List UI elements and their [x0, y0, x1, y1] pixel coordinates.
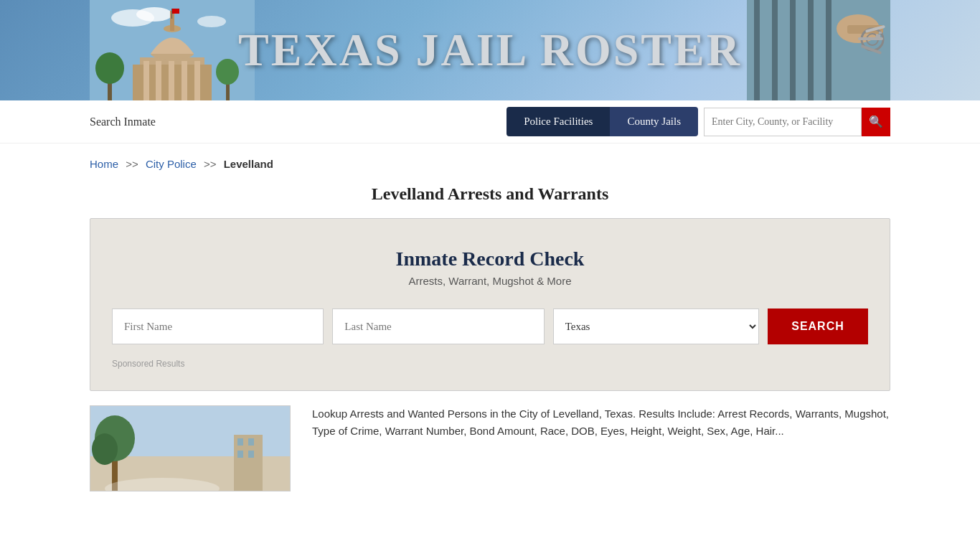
svg-rect-10: [194, 61, 200, 100]
page-title: Levelland Arrests and Warrants: [90, 184, 890, 204]
breadcrumb: Home >> City Police >> Levelland: [0, 143, 980, 177]
svg-rect-8: [169, 61, 174, 100]
inmate-search-button[interactable]: SEARCH: [768, 309, 868, 344]
svg-rect-31: [858, 37, 883, 40]
svg-rect-9: [182, 61, 187, 100]
svg-rect-15: [172, 9, 179, 14]
site-title: Texas Jail Roster: [238, 24, 742, 77]
facility-search-wrap: 🔍: [704, 108, 890, 136]
svg-rect-22: [754, 0, 760, 100]
nav-area: Search Inmate Police Facilities County J…: [0, 100, 980, 143]
svg-rect-26: [826, 0, 831, 100]
svg-rect-33: [879, 32, 882, 34]
svg-rect-44: [248, 438, 254, 446]
header-banner: Texas Jail Roster: [0, 0, 980, 100]
bottom-content: Lookup Arrests and Wanted Persons in the…: [0, 391, 980, 506]
search-icon: 🔍: [869, 115, 883, 128]
sponsored-label: Sponsored Results: [112, 359, 868, 369]
state-select[interactable]: AlabamaAlaskaArizonaArkansasCaliforniaCo…: [553, 309, 759, 344]
svg-point-41: [92, 433, 118, 465]
capitol-image: [90, 0, 255, 100]
keys-image: [747, 0, 890, 100]
breadcrumb-home[interactable]: Home: [90, 158, 118, 170]
police-facilities-button[interactable]: Police Facilities: [507, 107, 610, 136]
svg-rect-25: [808, 0, 814, 100]
last-name-input[interactable]: [332, 309, 544, 344]
breadcrumb-separator-2: >>: [204, 158, 217, 170]
svg-rect-14: [171, 9, 172, 19]
bottom-description: Lookup Arrests and Wanted Persons in the…: [312, 405, 890, 440]
page-title-area: Levelland Arrests and Warrants: [0, 177, 980, 218]
breadcrumb-separator-1: >>: [126, 158, 138, 170]
facility-search-input[interactable]: [704, 108, 862, 136]
breadcrumb-city-police[interactable]: City Police: [146, 158, 197, 170]
svg-point-17: [95, 52, 124, 84]
svg-rect-24: [790, 0, 796, 100]
svg-rect-43: [237, 438, 243, 446]
svg-rect-7: [156, 61, 161, 100]
inmate-search-form: AlabamaAlaskaArizonaArkansasCaliforniaCo…: [112, 309, 868, 344]
svg-rect-32: [876, 34, 880, 37]
svg-point-3: [197, 16, 226, 27]
first-name-input[interactable]: [112, 309, 324, 344]
bottom-image: [90, 405, 291, 491]
svg-rect-46: [248, 451, 254, 458]
record-check-subtitle: Arrests, Warrant, Mugshot & More: [112, 275, 868, 287]
search-inmate-label: Search Inmate: [90, 116, 156, 128]
svg-rect-6: [143, 61, 149, 100]
record-check-title: Inmate Record Check: [112, 248, 868, 270]
svg-rect-45: [237, 451, 243, 458]
record-check-box: Inmate Record Check Arrests, Warrant, Mu…: [90, 218, 890, 391]
nav-buttons: Police Facilities County Jails 🔍: [507, 107, 890, 136]
svg-point-2: [136, 7, 172, 22]
county-jails-button[interactable]: County Jails: [610, 107, 698, 136]
breadcrumb-current: Levelland: [224, 158, 273, 170]
svg-rect-23: [772, 0, 778, 100]
facility-search-button[interactable]: 🔍: [862, 108, 890, 136]
svg-point-19: [216, 59, 239, 85]
